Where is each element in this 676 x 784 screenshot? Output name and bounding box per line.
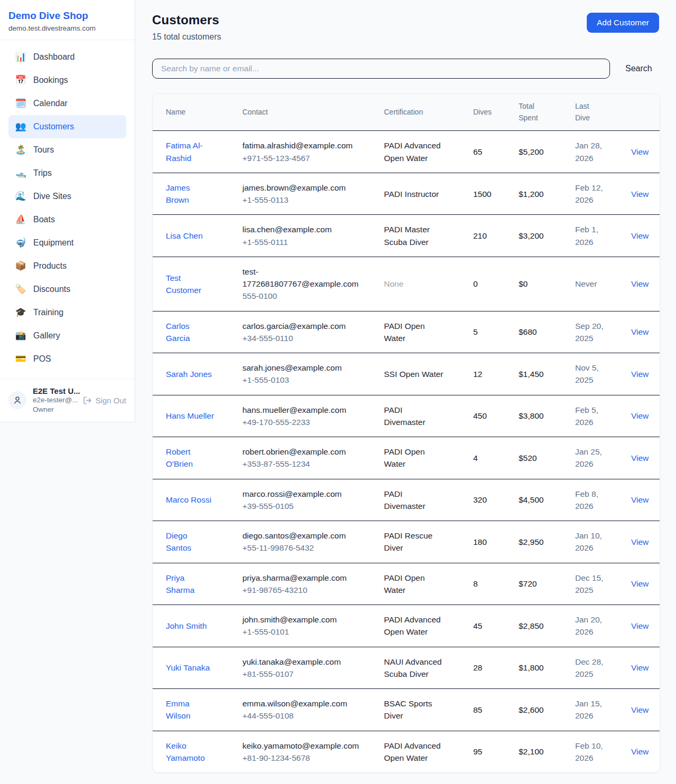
customer-email-text: hans.mueller@example.com <box>242 404 346 416</box>
last-dive-date: Feb 5, 2026 <box>575 404 604 429</box>
view-customer-link[interactable]: View <box>631 705 649 714</box>
customer-email: marco.rossi@example.com <box>242 488 378 500</box>
table-header-row: NameContactCertificationDivesTotal Spent… <box>153 94 660 131</box>
sidebar-item-pos[interactable]: 💳POS <box>8 347 126 371</box>
dives-cell: 4 <box>473 437 519 479</box>
view-customer-link[interactable]: View <box>631 663 649 672</box>
customer-name-cell: Yuki Tanaka <box>153 647 242 689</box>
sidebar-item-boats[interactable]: ⛵Boats <box>8 208 126 231</box>
customer-name-link[interactable]: Lisa Chen <box>166 230 203 242</box>
customer-phone: +1-555-0111 <box>242 236 378 248</box>
customer-name-link[interactable]: Marco Rossi <box>166 494 211 506</box>
sidebar-item-products[interactable]: 📦Products <box>8 254 126 278</box>
customer-name-link[interactable]: Test Customer <box>166 272 214 297</box>
action-cell: View <box>631 731 660 772</box>
total-spent-cell: $5,200 <box>519 131 575 173</box>
customer-phone: +1-555-0101 <box>242 626 378 638</box>
add-customer-button[interactable]: Add Customer <box>587 13 659 33</box>
customer-name-link[interactable]: James Brown <box>166 182 214 206</box>
sidebar-item-trips[interactable]: 🛥️Trips <box>8 162 126 185</box>
view-customer-link[interactable]: View <box>631 231 649 240</box>
column-header-label: Contact <box>242 107 268 118</box>
table-row: John Smithjohn.smith@example.com+1-555-0… <box>153 605 660 647</box>
sidebar-item-gallery[interactable]: 📸Gallery <box>8 324 126 347</box>
customer-name-link[interactable]: John Smith <box>166 620 207 632</box>
sidebar-item-tours[interactable]: 🏝️Tours <box>8 138 126 162</box>
view-customer-link[interactable]: View <box>631 279 649 288</box>
sidebar-item-calendar[interactable]: 🗓️Calendar <box>8 92 126 115</box>
customer-phone: +49-170-555-2233 <box>242 416 378 428</box>
total-spent-value: $3,200 <box>519 231 543 240</box>
customer-name-link[interactable]: Emma Wilson <box>166 697 214 722</box>
customer-name-link[interactable]: Yuki Tanaka <box>166 662 210 674</box>
sidebar-item-dashboard[interactable]: 📊Dashboard <box>8 45 126 69</box>
last-dive-cell: Dec 28, 2025 <box>575 647 631 689</box>
sidebar-item-customers[interactable]: 👥Customers <box>8 115 126 138</box>
view-customer-link[interactable]: View <box>631 370 649 379</box>
equipment-icon: 🤿 <box>15 237 26 248</box>
search-button[interactable]: Search <box>624 61 653 77</box>
total-spent-cell: $0 <box>519 257 575 311</box>
view-customer-link[interactable]: View <box>631 190 649 199</box>
sidebar-item-dive-sites[interactable]: 🌊Dive Sites <box>8 185 126 208</box>
sidebar: Demo Dive Shop demo.test.divestreams.com… <box>0 0 135 422</box>
sign-out-button[interactable]: Sign Out <box>83 396 126 405</box>
certification-cell: PADI Open Water <box>384 311 473 353</box>
dives-cell: 320 <box>473 479 519 521</box>
action-cell: View <box>631 605 660 647</box>
customer-name-link[interactable]: Carlos Garcia <box>166 320 214 345</box>
certification-text: PADI Instructor <box>384 188 439 200</box>
gallery-icon: 📸 <box>15 330 26 341</box>
dives-cell: 450 <box>473 395 519 437</box>
customer-name-link[interactable]: Hans Mueller <box>166 410 214 422</box>
certification-cell: PADI Advanced Open Water <box>384 731 473 772</box>
last-dive-date: Feb 10, 2026 <box>575 740 604 764</box>
customer-name-link[interactable]: Keiko Yamamoto <box>166 740 214 764</box>
last-dive-date: Jan 28, 2026 <box>575 139 604 164</box>
total-spent-cell: $1,200 <box>519 173 575 215</box>
certification-cell: PADI Rescue Diver <box>384 521 473 563</box>
dives-count: 95 <box>473 747 482 756</box>
sidebar-item-label: Boats <box>33 215 55 224</box>
customer-contact-cell: fatima.alrashid@example.com+971-55-123-4… <box>242 131 384 173</box>
last-dive-date: Nov 5, 2025 <box>575 362 604 386</box>
customer-name-link[interactable]: Priya Sharma <box>166 572 214 597</box>
dives-count: 8 <box>473 579 478 588</box>
view-customer-link[interactable]: View <box>631 747 649 756</box>
view-customer-link[interactable]: View <box>631 411 649 420</box>
calendar-icon: 🗓️ <box>15 98 26 109</box>
column-header-label: Total Spent <box>519 101 543 124</box>
dives-cell: 8 <box>473 563 519 605</box>
view-customer-link[interactable]: View <box>631 454 649 462</box>
column-header-contact: Contact <box>242 94 384 131</box>
certification-text: SSI Open Water <box>384 368 443 380</box>
column-header-dives: Dives <box>473 94 519 131</box>
dives-count: 320 <box>473 495 487 504</box>
last-dive-cell: Feb 12, 2026 <box>575 173 631 215</box>
view-customer-link[interactable]: View <box>631 579 649 588</box>
certification-text: PADI Rescue Diver <box>384 530 445 554</box>
sidebar-item-label: Customers <box>33 122 74 131</box>
customer-name-cell: Sarah Jones <box>153 353 242 395</box>
sidebar-item-bookings[interactable]: 📅Bookings <box>8 69 126 92</box>
action-cell: View <box>631 131 660 173</box>
search-input[interactable] <box>152 59 610 79</box>
view-customer-link[interactable]: View <box>631 537 649 546</box>
customer-name-link[interactable]: Diego Santos <box>166 530 214 554</box>
action-cell: View <box>631 353 660 395</box>
sidebar-item-equipment[interactable]: 🤿Equipment <box>8 231 126 254</box>
view-customer-link[interactable]: View <box>631 495 649 504</box>
view-customer-link[interactable]: View <box>631 621 649 630</box>
sidebar-item-discounts[interactable]: 🏷️Discounts <box>8 278 126 301</box>
total-spent-cell: $520 <box>519 437 575 479</box>
customer-name-link[interactable]: Sarah Jones <box>166 368 212 380</box>
customer-name-link[interactable]: Robert O'Brien <box>166 446 214 470</box>
total-spent-cell: $4,500 <box>519 479 575 521</box>
view-customer-link[interactable]: View <box>631 147 649 156</box>
brand-domain: demo.test.divestreams.com <box>8 24 126 32</box>
view-customer-link[interactable]: View <box>631 327 649 336</box>
customer-name-link[interactable]: Fatima Al-Rashid <box>166 139 214 164</box>
last-dive-cell: Nov 5, 2025 <box>575 353 631 395</box>
sidebar-item-training[interactable]: 🎓Training <box>8 301 126 324</box>
dives-count: 0 <box>473 279 478 288</box>
